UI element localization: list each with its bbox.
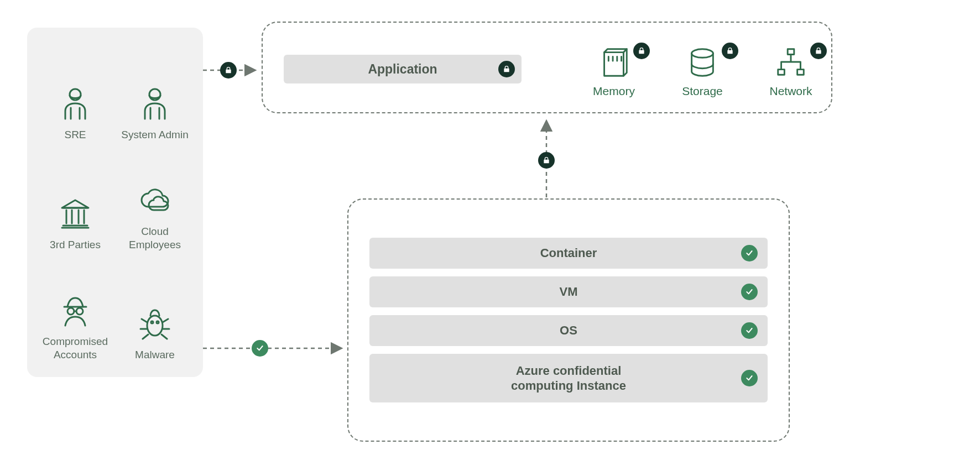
lock-icon	[538, 152, 555, 169]
resource-label: Network	[769, 85, 812, 98]
lock-icon	[810, 43, 827, 59]
storage-icon	[685, 46, 720, 80]
threat-label: System Admin	[121, 128, 188, 142]
resource-network: Network	[760, 46, 821, 98]
cloud-icon	[135, 181, 174, 219]
application-label: Application	[368, 62, 437, 77]
check-icon	[741, 322, 758, 339]
application-trust-boundary: Application Memory	[262, 22, 832, 113]
threat-label: Malware	[135, 348, 175, 362]
bank-icon	[56, 194, 95, 233]
spy-icon	[56, 291, 95, 329]
person-icon	[135, 84, 174, 123]
stack-label: OS	[560, 323, 577, 338]
check-icon	[741, 370, 758, 386]
svg-point-4	[147, 316, 163, 336]
threat-third-parties: 3rd Parties	[38, 153, 112, 251]
svg-point-3	[76, 308, 83, 315]
stack-os: OS	[369, 315, 768, 346]
lock-icon	[633, 43, 650, 59]
stack-label: VM	[560, 285, 578, 299]
stack-label: Azure confidential computing Instance	[511, 363, 626, 394]
lock-icon	[220, 62, 237, 78]
resource-label: Storage	[682, 85, 723, 98]
stack-container: Container	[369, 238, 768, 269]
check-icon	[252, 340, 268, 357]
resource-label: Memory	[593, 85, 635, 98]
network-icon	[774, 46, 808, 80]
person-icon	[56, 84, 95, 123]
threat-label: Cloud Employees	[118, 225, 192, 252]
threat-label: 3rd Parties	[50, 238, 101, 252]
threat-system-admin: System Admin	[118, 43, 192, 141]
threat-compromised-accounts: Compromised Accounts	[38, 264, 112, 362]
bug-icon	[135, 304, 174, 343]
threat-cloud-employees: Cloud Employees	[118, 153, 192, 251]
svg-point-6	[157, 321, 159, 323]
check-icon	[741, 284, 758, 300]
threat-malware: Malware	[118, 264, 192, 362]
svg-point-7	[692, 49, 713, 58]
resource-storage: Storage	[672, 46, 733, 98]
svg-point-5	[151, 321, 153, 323]
stack-vm: VM	[369, 276, 768, 307]
lock-icon	[498, 61, 515, 77]
svg-point-2	[67, 308, 74, 315]
threat-label: Compromised Accounts	[38, 335, 112, 362]
threat-sre: SRE	[38, 43, 112, 141]
memory-icon	[597, 46, 631, 80]
infrastructure-trust-boundary: Container VM OS Azure confidential compu…	[347, 198, 790, 442]
resource-memory: Memory	[583, 46, 644, 98]
threat-label: SRE	[64, 128, 86, 142]
stack-label: Container	[540, 246, 597, 260]
threat-actors-panel: SRE System Admin 3rd Partie	[27, 28, 203, 377]
application-bar: Application	[284, 55, 522, 83]
stack-instance: Azure confidential computing Instance	[369, 354, 768, 402]
check-icon	[741, 245, 758, 261]
lock-icon	[722, 43, 738, 59]
